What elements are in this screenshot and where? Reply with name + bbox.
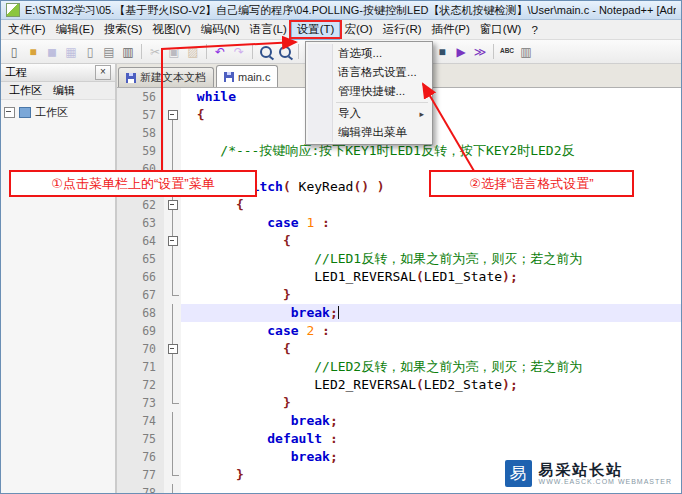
menu-item-settings[interactable]: 设置(T) xyxy=(292,20,340,39)
project-panel: 工程 × 工作区编辑 工作区 xyxy=(1,64,117,493)
menu-item-label: 导入 xyxy=(338,106,361,121)
menu-item-window[interactable]: 窗口(W) xyxy=(475,20,527,39)
panel-close-button[interactable]: × xyxy=(95,65,111,80)
close-icon[interactable]: ▯ xyxy=(81,43,99,61)
menu-item-view[interactable]: 视图(V) xyxy=(147,20,195,39)
code-line[interactable]: { xyxy=(181,340,681,358)
menu-item-file[interactable]: 文件(F) xyxy=(3,20,51,39)
fold-collapse-icon[interactable] xyxy=(168,236,178,246)
settings-menu-item-preferences[interactable]: 首选项... xyxy=(308,44,430,63)
fold-margin xyxy=(164,214,181,232)
menu-item-macro[interactable]: 宏(O) xyxy=(339,20,377,39)
annotation-step2: ②选择“语言格式设置” xyxy=(429,170,634,197)
menu-item-run[interactable]: 运行(R) xyxy=(378,20,427,39)
editor[interactable]: 56 while57 {5859 /*---按键响应:按下KEY1时LED1反转… xyxy=(117,88,681,493)
menu-item-help[interactable]: ? xyxy=(526,20,542,39)
line-number: 59 xyxy=(117,142,164,160)
save-icon[interactable]: ◼ xyxy=(43,43,61,61)
tree-node-workspace[interactable]: 工作区 xyxy=(4,105,112,120)
code-line[interactable]: case 1 : xyxy=(181,214,681,232)
submenu-arrow-icon: ▸ xyxy=(419,109,424,119)
line-number: 63 xyxy=(117,214,164,232)
replace-icon[interactable] xyxy=(276,43,294,61)
project-panel-header: 工程 × xyxy=(1,64,115,82)
settings-menu-item-import[interactable]: 导入▸ xyxy=(308,104,430,123)
tab-label: main.c xyxy=(238,71,270,83)
fold-collapse-icon[interactable] xyxy=(168,110,178,120)
play-macro-icon[interactable]: ▶ xyxy=(452,43,470,61)
settings-menu-item-edit-popup-menu[interactable]: 编辑弹出菜单 xyxy=(308,123,430,142)
code-line[interactable]: case 2 : xyxy=(181,322,681,340)
notepad-window: E:\STM32学习\05.【基于野火ISO-V2】自己编写的程序\04.POL… xyxy=(0,0,682,494)
toolbar-separator xyxy=(298,44,299,59)
fold-line xyxy=(172,304,173,322)
fold-margin xyxy=(164,124,181,142)
doc-map-icon[interactable]: ▥ xyxy=(517,43,535,61)
code-line[interactable]: { xyxy=(181,196,681,214)
code-row-74: 74 break; xyxy=(117,412,681,430)
menu-item-encoding[interactable]: 编码(N) xyxy=(196,20,245,39)
open-folder-icon[interactable]: ■ xyxy=(24,43,42,61)
menu-item-language[interactable]: 语言(L) xyxy=(245,20,292,39)
menu-item-plugins[interactable]: 插件(P) xyxy=(427,20,475,39)
menu-item-label: 语言格式设置... xyxy=(338,65,417,80)
fold-margin xyxy=(164,376,181,394)
code-line[interactable]: break; xyxy=(181,412,681,430)
fold-collapse-icon[interactable] xyxy=(168,200,178,210)
code-line[interactable]: LED1_REVERSAL(LED1_State); xyxy=(181,268,681,286)
fold-collapse-icon[interactable] xyxy=(168,344,178,354)
menu-item-search[interactable]: 搜索(S) xyxy=(99,20,147,39)
line-number: 76 xyxy=(117,448,164,466)
watermark-text: 易采站长站 WWW.EASCK.COM WEBMASTER xyxy=(539,461,672,486)
redo-icon[interactable]: ↷ xyxy=(230,43,248,61)
tab-2[interactable]: main.c xyxy=(216,65,278,87)
code-line[interactable]: //LED1反转，如果之前为亮，则灭；若之前为 xyxy=(181,250,681,268)
find-icon[interactable] xyxy=(257,43,275,61)
save-all-icon[interactable]: ▦ xyxy=(62,43,80,61)
saved-file-icon xyxy=(224,72,234,82)
spell-check-icon[interactable]: ABC xyxy=(498,43,516,61)
line-number: 73 xyxy=(117,394,164,412)
saved-file-icon xyxy=(126,73,136,83)
tab-label: 新建文本文档 xyxy=(140,70,206,85)
copy-icon[interactable]: ▣ xyxy=(165,43,183,61)
new-file-icon[interactable]: ▯ xyxy=(5,43,23,61)
fold-line xyxy=(172,250,173,268)
line-number: 65 xyxy=(117,250,164,268)
fold-line xyxy=(172,214,173,232)
settings-menu-item-shortcut-mapper[interactable]: 管理快捷键... xyxy=(308,82,430,101)
run-macro-multiple-icon[interactable]: ≫ xyxy=(471,43,489,61)
settings-menu-item-style-configurator[interactable]: 语言格式设置... xyxy=(308,63,430,82)
code-line[interactable]: break; xyxy=(181,304,681,322)
menu-item-edit[interactable]: 编辑(E) xyxy=(51,20,99,39)
code-row-69: 69 case 2 : xyxy=(117,322,681,340)
fold-end-tick xyxy=(172,475,179,476)
fold-margin xyxy=(164,412,181,430)
panel-menu-item-0[interactable]: 工作区 xyxy=(4,83,47,98)
code-line[interactable]: } xyxy=(181,394,681,412)
code-line[interactable]: LED2_REVERSAL(LED2_State); xyxy=(181,376,681,394)
code-line[interactable]: //LED2反转，如果之前为亮，则灭；若之前为 xyxy=(181,358,681,376)
title-bar[interactable]: E:\STM32学习\05.【基于野火ISO-V2】自己编写的程序\04.POL… xyxy=(1,1,681,20)
tree-expander-icon[interactable] xyxy=(4,107,15,118)
cut-icon[interactable]: ✂ xyxy=(146,43,164,61)
window-title: E:\STM32学习\05.【基于野火ISO-V2】自己编写的程序\04.POL… xyxy=(25,3,676,18)
menu-bar: 文件(F)编辑(E)搜索(S)视图(V)编码(N)语言(L)设置(T)宏(O)运… xyxy=(1,20,681,40)
fold-margin xyxy=(164,250,181,268)
fold-line xyxy=(172,358,173,376)
code-line[interactable]: } xyxy=(181,286,681,304)
paste-icon[interactable]: ▨ xyxy=(184,43,202,61)
undo-icon[interactable]: ↶ xyxy=(211,43,229,61)
tab-1[interactable]: 新建文本文档 xyxy=(118,67,214,87)
settings-dropdown: 首选项...语言格式设置...管理快捷键...导入▸编辑弹出菜单 xyxy=(305,41,433,145)
print-icon[interactable]: ▥ xyxy=(119,43,137,61)
stop-macro-icon[interactable]: ■ xyxy=(433,43,451,61)
code-row-64: 64 { xyxy=(117,232,681,250)
code-line[interactable]: { xyxy=(181,232,681,250)
close-all-icon[interactable]: ▤ xyxy=(100,43,118,61)
panel-menu-item-1[interactable]: 编辑 xyxy=(48,83,80,98)
code-line[interactable]: default : xyxy=(181,430,681,448)
toolbar-separator xyxy=(252,44,253,59)
code-row-63: 63 case 1 : xyxy=(117,214,681,232)
fold-line xyxy=(172,322,173,340)
